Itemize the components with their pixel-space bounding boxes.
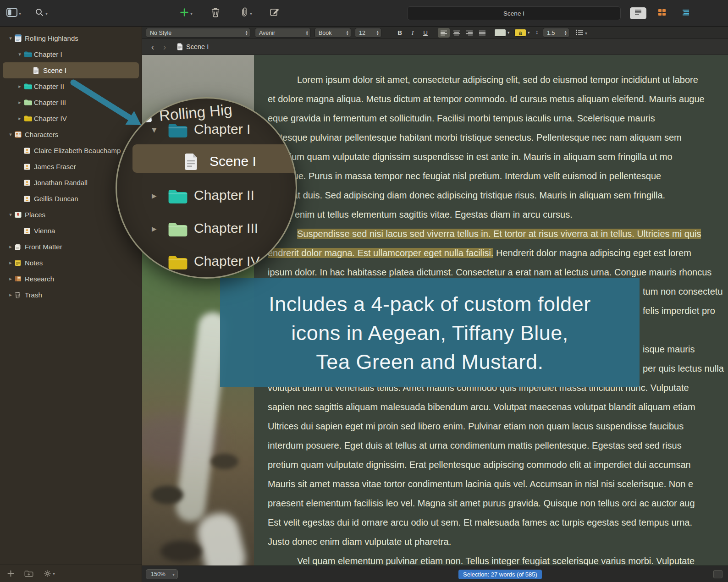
magnified-item-label: Chapter IV bbox=[194, 253, 259, 269]
highlighted-text: endrerit dolor magna. Est ullamcorper eg… bbox=[268, 248, 493, 258]
sidebar-item-vienna[interactable]: Vienna bbox=[3, 223, 139, 239]
sidebar-item-claire-elizabeth-beauchamp[interactable]: Claire Elizabeth Beauchamp bbox=[3, 143, 139, 159]
style-select[interactable]: No Style▲▼ bbox=[146, 28, 250, 38]
disclosure-triangle-icon[interactable]: ▸ bbox=[6, 260, 15, 266]
editor-line: tum non consectetu bbox=[643, 282, 723, 301]
view-mode-document-button[interactable] bbox=[630, 7, 646, 19]
trash-icon bbox=[15, 291, 25, 298]
magnified-item-label: Chapter III bbox=[194, 220, 258, 236]
disclosure-triangle-icon: ▾ bbox=[152, 124, 157, 135]
editor-line: eque gravida in fermentum et sollicitudi… bbox=[268, 109, 655, 128]
sidebar-item-chapter-i[interactable]: ▾Chapter I bbox=[3, 46, 139, 62]
search-button[interactable]: ▾ bbox=[35, 7, 48, 20]
editor-line: Lorem ipsum dolor sit amet, consectetur … bbox=[297, 70, 698, 89]
sidebar-item-trash[interactable]: ▸Trash bbox=[3, 287, 139, 303]
chevron-down-icon[interactable]: ▾ bbox=[19, 11, 21, 16]
editor-header: ‹ › Scene I bbox=[142, 39, 728, 55]
view-mode-outline-button[interactable] bbox=[678, 7, 694, 19]
disclosure-triangle-icon[interactable]: ▾ bbox=[16, 51, 24, 57]
underline-button[interactable]: U bbox=[420, 28, 431, 38]
panel-toggle-button[interactable]: ▾ bbox=[6, 7, 21, 20]
text-color-well[interactable] bbox=[494, 29, 506, 37]
highlighted-text: Suspendisse sed nisi lacus sed viverra t… bbox=[297, 229, 701, 239]
folder-icon bbox=[167, 122, 188, 141]
body-text: sapien nec sagittis aliquam malesuada bi… bbox=[268, 402, 695, 412]
line-spacing-select[interactable]: 1.5▲▼ bbox=[543, 28, 569, 38]
sidebar-item-notes[interactable]: ▸Notes bbox=[3, 255, 139, 271]
stepper-icon: ▲▼ bbox=[564, 30, 567, 36]
add-folder-button[interactable] bbox=[24, 570, 33, 577]
add-document-button[interactable] bbox=[7, 570, 14, 577]
link-button[interactable]: ▾ bbox=[239, 7, 252, 20]
stepper-icon: ▲▼ bbox=[376, 30, 379, 36]
font-variant-select[interactable]: Book▲▼ bbox=[314, 28, 351, 38]
doc-icon bbox=[177, 43, 183, 50]
stepper-icon: ▲▼ bbox=[306, 30, 309, 36]
card-icon bbox=[24, 196, 34, 202]
align-center-button[interactable] bbox=[451, 28, 463, 38]
chevron-down-icon[interactable]: ▾ bbox=[585, 31, 587, 36]
font-family-select[interactable]: Avenir▲▼ bbox=[255, 28, 311, 38]
align-right-button[interactable] bbox=[463, 28, 475, 38]
disclosure-triangle-icon[interactable]: ▸ bbox=[6, 292, 15, 298]
trash-button[interactable] bbox=[211, 7, 220, 20]
annotation-arrow bbox=[68, 77, 150, 137]
sidebar-item-label: Scene I bbox=[43, 66, 66, 74]
zoom-select[interactable]: 150%▾ bbox=[146, 569, 178, 579]
body-text: lentesque pulvinar pellentesque habitant… bbox=[268, 132, 682, 143]
disclosure-triangle-icon[interactable]: ▸ bbox=[6, 244, 15, 250]
align-left-button[interactable] bbox=[438, 28, 450, 38]
body-text: et dolore magna aliqua. Metus dictum at … bbox=[268, 94, 705, 104]
settings-button[interactable]: ▾ bbox=[44, 570, 55, 577]
chevron-down-icon[interactable]: ▾ bbox=[53, 571, 55, 576]
status-bar: 150%▾ Selection: 27 words (of 585) bbox=[142, 566, 728, 582]
toolbar: ▾ ▾ ▾ ▾ Scene I bbox=[0, 0, 728, 27]
list-format-button[interactable]: ▾ bbox=[576, 29, 587, 37]
disclosure-triangle-icon[interactable]: ▸ bbox=[16, 83, 24, 89]
sidebar-item-scene-i[interactable]: Scene I bbox=[3, 62, 139, 78]
editor-line: . Pretium quam vulputate dignissim suspe… bbox=[268, 147, 673, 166]
add-item-button[interactable]: ▾ bbox=[180, 7, 193, 20]
manuscript-icon bbox=[15, 34, 25, 42]
sidebar-item-rolling-highlands[interactable]: ▾Rolling Highlands bbox=[3, 30, 139, 46]
editor-line: placerat duis. Sed adipiscing diam donec… bbox=[268, 186, 665, 205]
highlight-color-well[interactable]: a bbox=[514, 29, 526, 37]
disclosure-triangle-icon[interactable]: ▸ bbox=[16, 99, 24, 105]
line-spacing-icon: ↕ bbox=[535, 28, 539, 35]
font-size-select[interactable]: 12▲▼ bbox=[355, 28, 381, 38]
card-icon bbox=[24, 228, 34, 234]
sidebar-item-research[interactable]: ▸Research bbox=[3, 271, 139, 287]
align-justify-button[interactable] bbox=[476, 28, 488, 38]
nav-back-button[interactable]: ‹ bbox=[147, 42, 159, 52]
status-right-icon[interactable] bbox=[713, 570, 722, 578]
disclosure-triangle-icon: ▸ bbox=[152, 223, 157, 234]
sidebar-item-front-matter[interactable]: ▸Front Matter bbox=[3, 239, 139, 255]
folder-icon bbox=[167, 254, 188, 273]
disclosure-triangle-icon[interactable]: ▾ bbox=[6, 35, 15, 41]
chevron-down-icon[interactable]: ▾ bbox=[528, 30, 530, 35]
disclosure-triangle-icon[interactable]: ▾ bbox=[6, 212, 15, 218]
chevron-down-icon[interactable]: ▾ bbox=[250, 11, 252, 16]
editor-line: endrerit dolor magna. Est ullamcorper eg… bbox=[268, 243, 691, 263]
disclosure-triangle-icon[interactable]: ▸ bbox=[6, 276, 15, 282]
chevron-down-icon[interactable]: ▾ bbox=[190, 11, 193, 16]
app-window: ▾ ▾ ▾ ▾ Scene I ▾Rollin bbox=[0, 0, 728, 582]
chevron-down-icon[interactable]: ▾ bbox=[507, 30, 510, 35]
editor-line: et dolore magna aliqua. Metus dictum at … bbox=[268, 89, 705, 109]
magnified-item-chapter-ii: ▸Chapter II bbox=[117, 180, 296, 213]
disclosure-triangle-icon[interactable]: ▸ bbox=[16, 115, 24, 121]
folder-icon bbox=[24, 83, 34, 90]
disclosure-triangle-icon[interactable]: ▾ bbox=[6, 132, 15, 137]
promo-callout: Includes a 4-pack of custom folder icons… bbox=[220, 278, 640, 387]
italic-button[interactable]: I bbox=[407, 28, 418, 38]
frontmatter-icon bbox=[15, 243, 25, 251]
bold-button[interactable]: B bbox=[394, 28, 405, 38]
compose-button[interactable] bbox=[270, 7, 280, 20]
panel-toggle-icon bbox=[6, 8, 17, 19]
chevron-down-icon[interactable]: ▾ bbox=[45, 11, 48, 16]
body-text: Ultrices dui sapien eget mi proin sed li… bbox=[268, 421, 684, 431]
sidebar-item-label: Trash bbox=[25, 291, 42, 299]
nav-forward-button[interactable]: › bbox=[159, 42, 171, 52]
toolbar-title-field[interactable]: Scene I bbox=[407, 6, 621, 20]
view-mode-corkboard-button[interactable] bbox=[654, 7, 670, 19]
